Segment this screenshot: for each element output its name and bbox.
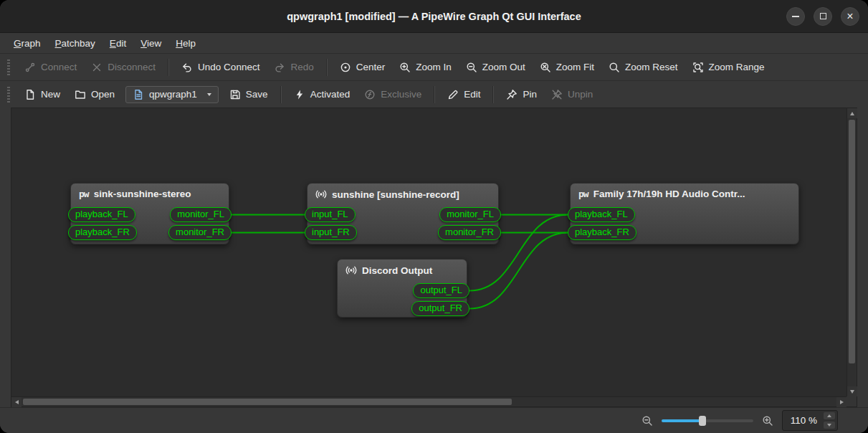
zoom-step-down-button[interactable] bbox=[824, 422, 835, 429]
arrow-up-icon bbox=[850, 112, 854, 115]
toolbar-button-new[interactable]: New bbox=[18, 85, 67, 104]
toolbar-separator bbox=[168, 59, 169, 76]
zoom-in-icon[interactable] bbox=[762, 415, 773, 427]
toolbar-button-center[interactable]: Center bbox=[333, 58, 392, 77]
node-discord-output[interactable]: Discord Outputoutput_FLoutput_FR bbox=[337, 259, 467, 318]
close-button[interactable] bbox=[841, 7, 859, 26]
chevron-down-icon bbox=[207, 93, 211, 96]
node-monitor-icon bbox=[345, 265, 357, 276]
port-discord-output-output_fl[interactable]: output_FL bbox=[413, 283, 469, 298]
zoom-value: 110 % bbox=[791, 415, 817, 426]
zoom-slider[interactable] bbox=[662, 415, 753, 427]
port-sunshine-monitor_fl[interactable]: monitor_FL bbox=[439, 207, 501, 222]
menu-help[interactable]: Help bbox=[169, 35, 202, 52]
vertical-scroll-track[interactable] bbox=[847, 118, 857, 386]
toolbar-button-edit[interactable]: Edit bbox=[441, 85, 487, 104]
toolbar-button-undo-connect[interactable]: Undo Connect bbox=[175, 58, 266, 77]
redo-label: Redo bbox=[290, 62, 313, 72]
toolbar-grip[interactable] bbox=[7, 60, 10, 75]
toolbar-button-connect[interactable]: Connect bbox=[18, 58, 83, 77]
node-sink-sunshine-stereo[interactable]: pwsink-sunshine-stereoplayback_FLplaybac… bbox=[70, 183, 229, 244]
activated-label: Activated bbox=[310, 89, 350, 100]
scroll-right-button[interactable] bbox=[836, 397, 846, 407]
port-family-hd-audio-playback_fr[interactable]: playback_FR bbox=[568, 225, 636, 240]
undo-icon bbox=[181, 62, 193, 73]
node-family-hd-audio[interactable]: pwFamily 17h/19h HD Audio Contr...playba… bbox=[570, 183, 799, 244]
toolbar-button-exclusive[interactable]: Exclusive bbox=[358, 85, 428, 104]
toolbar-separator bbox=[434, 86, 435, 103]
toolbar-button-pin[interactable]: Pin bbox=[500, 85, 543, 104]
vertical-scrollbar[interactable] bbox=[846, 108, 857, 396]
pin-icon bbox=[506, 89, 518, 100]
zoom-reset-label: Zoom Reset bbox=[625, 62, 678, 72]
node-title: sink-sunshine-stereo bbox=[94, 189, 191, 199]
arrow-down-icon bbox=[827, 424, 831, 427]
horizontal-scroll-handle[interactable] bbox=[23, 399, 512, 405]
zoom-fit-label: Zoom Fit bbox=[556, 62, 594, 72]
unpin-icon bbox=[551, 89, 563, 100]
node-monitor-icon bbox=[315, 189, 327, 200]
node-sunshine[interactable]: sunshine [sunshine-record]input_FLinput_… bbox=[307, 183, 499, 244]
node-header: pwsink-sunshine-stereo bbox=[71, 184, 229, 204]
vertical-scroll-handle[interactable] bbox=[849, 120, 855, 363]
zoom-fit-icon bbox=[540, 62, 551, 73]
toolbar-button-activated[interactable]: Activated bbox=[287, 85, 357, 104]
patchbay-select-combo[interactable]: qpwgraph1 bbox=[125, 86, 219, 103]
port-sunshine-input_fl[interactable]: input_FL bbox=[305, 207, 356, 222]
toolbar-button-open[interactable]: Open bbox=[68, 85, 121, 104]
zoom-out-icon[interactable] bbox=[642, 415, 653, 427]
toolbar-separator bbox=[326, 59, 328, 76]
port-sunshine-input_fr[interactable]: input_FR bbox=[305, 225, 357, 240]
scroll-left-button[interactable] bbox=[11, 397, 22, 407]
horizontal-scrollbar[interactable] bbox=[11, 396, 846, 406]
titlebar[interactable]: qpwgraph1 [modified] — A PipeWire Graph … bbox=[0, 0, 868, 33]
close-icon bbox=[846, 11, 853, 22]
maximize-button[interactable] bbox=[814, 7, 832, 26]
redo-icon bbox=[274, 62, 285, 73]
node-header: Discord Output bbox=[338, 260, 467, 281]
menu-edit[interactable]: Edit bbox=[103, 35, 133, 52]
pin-label: Pin bbox=[523, 89, 537, 100]
zoom-slider-handle[interactable] bbox=[699, 416, 706, 426]
port-sunshine-monitor_fr[interactable]: monitor_FR bbox=[438, 225, 501, 240]
horizontal-scroll-track[interactable] bbox=[22, 397, 836, 406]
toolbar-button-zoom-out[interactable]: Zoom Out bbox=[459, 58, 532, 77]
port-sink-sunshine-stereo-monitor_fl[interactable]: monitor_FL bbox=[170, 207, 232, 222]
arrow-left-icon bbox=[15, 400, 19, 404]
port-sink-sunshine-stereo-playback_fr[interactable]: playback_FR bbox=[68, 225, 137, 240]
toolbar-button-zoom-in[interactable]: Zoom In bbox=[393, 58, 458, 77]
port-sink-sunshine-stereo-playback_fl[interactable]: playback_FL bbox=[68, 207, 135, 222]
scroll-up-button[interactable] bbox=[847, 108, 857, 118]
toolbar-button-zoom-reset[interactable]: Zoom Reset bbox=[602, 58, 685, 77]
toolbar-button-unpin[interactable]: Unpin bbox=[545, 85, 599, 104]
toolbar-button-redo[interactable]: Redo bbox=[267, 58, 320, 77]
zoom-in-label: Zoom In bbox=[416, 62, 452, 72]
node-pw-icon: pw bbox=[79, 189, 89, 199]
port-discord-output-output_fr[interactable]: output_FR bbox=[411, 301, 469, 316]
zoom-in-icon bbox=[399, 62, 411, 73]
zoom-spinbox[interactable]: 110 % bbox=[782, 410, 838, 431]
toolbar-graph: ConnectDisconnectUndo ConnectRedoCenterZ… bbox=[0, 53, 868, 80]
save-icon bbox=[229, 89, 241, 100]
port-family-hd-audio-playback_fl[interactable]: playback_FL bbox=[568, 207, 635, 222]
toolbar-button-zoom-range[interactable]: Zoom Range bbox=[686, 58, 771, 77]
scroll-down-button[interactable] bbox=[847, 386, 857, 396]
menu-view[interactable]: View bbox=[134, 35, 168, 52]
edit-icon bbox=[447, 89, 459, 100]
toolbar-button-disconnect[interactable]: Disconnect bbox=[85, 58, 162, 77]
connect-icon bbox=[24, 62, 36, 73]
port-sink-sunshine-stereo-monitor_fr[interactable]: monitor_FR bbox=[168, 225, 232, 240]
toolbar-button-save[interactable]: Save bbox=[223, 85, 275, 104]
menu-graph[interactable]: Graph bbox=[7, 35, 47, 52]
graph-canvas[interactable]: pwsink-sunshine-stereoplayback_FLplaybac… bbox=[11, 108, 846, 396]
spinbox-steppers bbox=[824, 412, 835, 429]
zoom-step-up-button[interactable] bbox=[824, 412, 835, 419]
minimize-button[interactable] bbox=[786, 7, 805, 26]
toolbar-button-zoom-fit[interactable]: Zoom Fit bbox=[533, 58, 601, 77]
zoom-out-label: Zoom Out bbox=[482, 62, 525, 72]
connect-label: Connect bbox=[41, 62, 77, 72]
qpwgraph1-label: qpwgraph1 bbox=[149, 89, 197, 100]
toolbar-grip[interactable] bbox=[7, 87, 10, 103]
menu-patchbay[interactable]: Patchbay bbox=[49, 35, 102, 52]
zoom-out-icon bbox=[466, 62, 477, 73]
